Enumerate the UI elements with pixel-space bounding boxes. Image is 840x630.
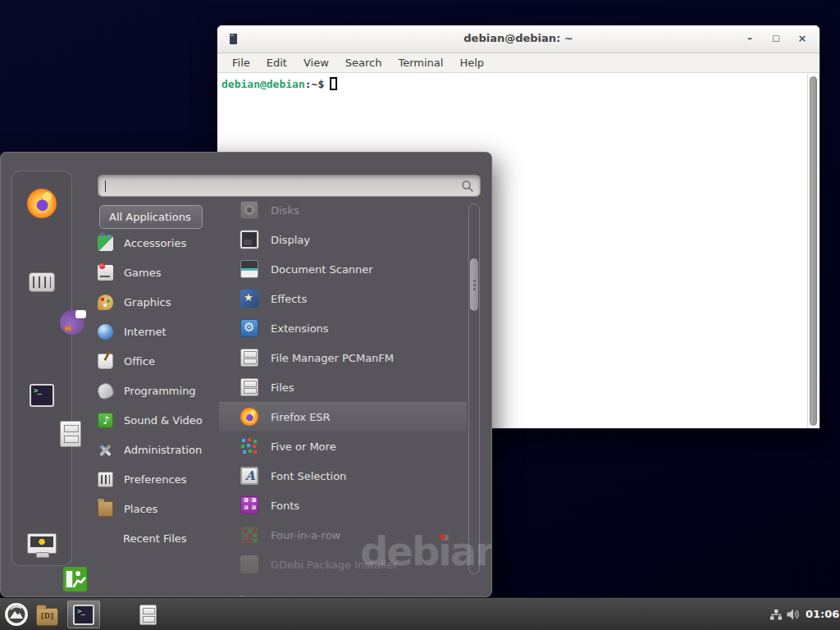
terminal-scrollbar[interactable] — [807, 74, 819, 428]
network-icon[interactable] — [769, 609, 783, 624]
app-document-scanner[interactable]: Document Scanner — [219, 254, 467, 284]
app-label: Four-in-a-row — [271, 529, 340, 541]
app-label: Fonts — [271, 500, 299, 512]
preferences-icon — [98, 472, 113, 487]
taskbar-clock[interactable]: 01:06 — [806, 598, 839, 630]
menu-edit[interactable]: Edit — [258, 57, 295, 69]
administration-icon — [98, 442, 113, 458]
desktop: { "terminal_window": { "title": "debian@… — [0, 0, 840, 630]
category-label: All Applications — [109, 211, 191, 223]
category-games[interactable]: Games — [98, 258, 226, 287]
terminal-window-button[interactable] — [67, 600, 100, 628]
search-icon — [461, 180, 474, 196]
category-programming[interactable]: Programming — [98, 376, 226, 405]
minimize-button[interactable]: – — [742, 31, 757, 46]
app-font-selection[interactable]: Font Selection — [219, 461, 467, 491]
application-menu: debian All Applications Accessories Game… — [0, 152, 492, 597]
favorite-preferences-icon[interactable] — [29, 272, 55, 292]
volume-icon[interactable] — [786, 608, 800, 624]
gdebi-icon — [240, 555, 258, 573]
category-label: Programming — [124, 385, 196, 397]
favorite-pidgin-icon[interactable] — [60, 310, 84, 335]
app-gdebi-package-installer[interactable]: GDebi Package Installer — [219, 550, 467, 579]
terminal-titlebar[interactable]: debian@debian: ~ – □ × — [217, 25, 819, 53]
effects-icon — [240, 290, 258, 308]
category-internet[interactable]: Internet — [98, 317, 226, 346]
app-four-in-a-row[interactable]: Four-in-a-row — [219, 520, 467, 550]
favorite-firefox-icon[interactable] — [27, 189, 57, 218]
favorite-terminal-icon[interactable] — [30, 384, 54, 407]
disks-icon — [240, 201, 258, 219]
close-button[interactable]: × — [795, 31, 810, 46]
terminal-cursor — [330, 77, 337, 90]
category-preferences[interactable]: Preferences — [98, 464, 226, 494]
app-file-manager-pcmanfm[interactable]: File Manager PCManFM — [219, 343, 467, 372]
document-scanner-icon — [240, 260, 258, 278]
menu-button[interactable] — [4, 602, 29, 627]
category-administration[interactable]: Administration — [98, 435, 226, 464]
app-disks[interactable]: Disks — [219, 195, 467, 225]
app-label: Effects — [271, 293, 307, 305]
app-label: Disks — [271, 204, 299, 217]
app-label: Files — [271, 381, 294, 394]
app-firefox-esr[interactable]: Firefox ESR — [219, 402, 467, 431]
lock-screen-icon[interactable] — [27, 533, 57, 554]
category-all-applications[interactable]: All Applications — [99, 205, 203, 229]
menu-file[interactable]: File — [224, 57, 258, 69]
category-recent-files[interactable]: Recent Files — [98, 523, 226, 553]
places-icon — [98, 501, 113, 517]
category-label: Internet — [124, 326, 167, 338]
category-places[interactable]: Places — [98, 494, 226, 523]
shell-prompt: debian@debian:~$ — [221, 77, 337, 90]
files-launcher-icon[interactable] — [139, 605, 157, 625]
category-sound-video[interactable]: Sound & Video — [98, 405, 226, 435]
file-manager-launcher-folder-icon[interactable] — [36, 608, 58, 626]
app-label: Five or More — [271, 441, 336, 453]
category-label: Office — [124, 355, 155, 368]
favorites-panel — [11, 171, 72, 566]
favorite-file-manager-icon[interactable] — [60, 421, 81, 447]
app-fonts[interactable]: Fonts — [219, 491, 467, 520]
app-label: Display — [271, 234, 310, 246]
app-effects[interactable]: Effects — [219, 284, 467, 313]
category-label: Sound & Video — [124, 414, 203, 427]
category-label: Preferences — [124, 473, 186, 486]
programming-icon — [96, 381, 116, 400]
app-label: Font Selection — [271, 470, 346, 482]
menu-search[interactable]: Search — [337, 57, 390, 69]
logout-icon[interactable] — [63, 567, 88, 591]
app-five-or-more[interactable]: Five or More — [219, 431, 467, 461]
terminal-scrollbar-thumb[interactable] — [810, 76, 817, 426]
app-display[interactable]: Display — [219, 225, 467, 254]
menu-help[interactable]: Help — [451, 57, 492, 69]
menu-terminal[interactable]: Terminal — [390, 57, 451, 69]
app-list-scrollbar-thumb[interactable] — [470, 258, 478, 311]
category-label: Graphics — [124, 296, 171, 308]
app-extensions[interactable]: Extensions — [219, 313, 467, 343]
sound-video-icon — [98, 413, 113, 428]
app-label: File Manager PCManFM — [271, 352, 394, 364]
prompt-path: :~$ — [305, 78, 324, 90]
category-label: Administration — [124, 444, 202, 456]
display-icon — [240, 231, 258, 249]
app-list-scrollbar[interactable] — [468, 203, 480, 574]
category-accessories[interactable]: Accessories — [98, 228, 226, 258]
menu-view[interactable]: View — [295, 57, 337, 69]
category-graphics[interactable]: Graphics — [98, 287, 226, 317]
four-in-a-row-icon — [240, 526, 258, 544]
maximize-button[interactable]: □ — [769, 31, 783, 46]
graphics-icon — [98, 294, 113, 310]
firefox-icon — [240, 408, 258, 426]
category-office[interactable]: Office — [98, 346, 226, 376]
category-label: Recent Files — [123, 532, 187, 545]
search-input[interactable] — [105, 177, 454, 194]
font-selection-icon — [240, 467, 258, 485]
fonts-icon — [240, 496, 258, 514]
menu-search-box[interactable] — [98, 175, 481, 197]
extensions-icon — [240, 319, 258, 337]
file-cabinet-icon — [240, 378, 258, 396]
office-icon — [98, 354, 113, 369]
app-files[interactable]: Files — [219, 372, 467, 402]
category-label: Places — [124, 503, 158, 515]
terminal-window-title: debian@debian: ~ — [217, 32, 819, 44]
